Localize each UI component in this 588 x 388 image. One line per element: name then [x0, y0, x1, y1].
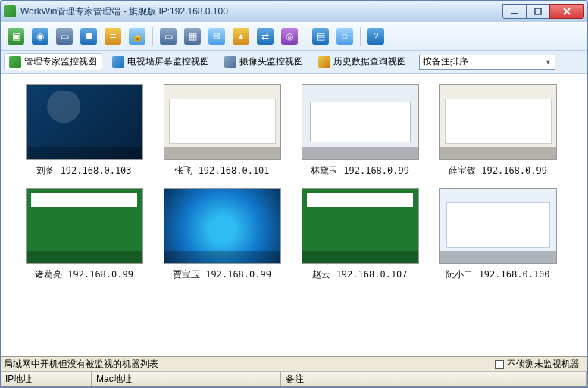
tool-wall[interactable]: ▦	[182, 26, 203, 47]
titlebar: WorkWin管理专家管理端 - 旗舰版 IP:192.168.0.100	[1, 1, 587, 22]
tab-history-view[interactable]: 历史数据查询视图	[313, 53, 411, 70]
tool-home[interactable]: ▣	[5, 26, 27, 47]
disc-icon: ◎	[281, 28, 298, 45]
tool-net[interactable]: ⇄	[255, 26, 276, 47]
videowall-icon	[112, 56, 124, 68]
tool-book[interactable]: ▤	[310, 26, 331, 47]
toolbar-separator	[152, 27, 153, 46]
thumbnail-screen	[302, 84, 419, 160]
wall-icon: ▦	[184, 28, 201, 45]
globe-icon: ◉	[32, 28, 48, 45]
tool-db[interactable]: ≣	[102, 26, 124, 47]
close-button[interactable]	[549, 4, 584, 19]
chevron-down-icon: ▼	[545, 58, 552, 66]
thumbnail-caption: 贾宝玉 192.168.0.99	[173, 268, 271, 281]
thumbnail-3[interactable]: 薛宝钗 192.168.0.99	[434, 84, 561, 177]
manager-view-icon	[9, 56, 21, 68]
lock-icon: 🔒	[129, 28, 145, 45]
thumbnail-0[interactable]: 刘备 192.168.0.103	[20, 84, 148, 177]
bottom-panel-header: 局域网中开机但没有被监视的机器列表 不侦测未监视机器	[1, 357, 587, 372]
checkbox-box	[495, 360, 504, 369]
thumbnail-screen	[26, 188, 143, 264]
thumbnail-caption: 诸葛亮 192.168.0.99	[35, 268, 133, 281]
app-icon	[4, 5, 16, 17]
bottom-panel: 局域网中开机但没有被监视的机器列表 不侦测未监视机器 IP地址 Mac地址 备注	[1, 356, 587, 387]
thumbnail-screen	[439, 188, 557, 264]
screen-icon: ▭	[56, 28, 73, 45]
thumbnail-1[interactable]: 张飞 192.168.0.101	[158, 84, 286, 177]
bottom-header-text: 局域网中开机但没有被监视的机器列表	[4, 358, 158, 371]
thumbnail-caption: 林黛玉 192.168.0.99	[311, 164, 409, 177]
tab-camera-view[interactable]: 摄像头监控视图	[219, 53, 308, 70]
tab-manager-view[interactable]: 管理专家监控视图	[4, 53, 102, 70]
tool-disc[interactable]: ◎	[279, 26, 300, 47]
camera-icon	[224, 56, 236, 68]
toolbar-separator-2	[305, 27, 305, 46]
thumbnail-caption: 赵云 192.168.0.107	[312, 268, 407, 281]
view-tabbar: 管理专家监控视图 电视墙屏幕监控视图 摄像头监控视图 历史数据查询视图 按备注排…	[1, 51, 587, 74]
mail-icon: ✉	[208, 28, 225, 45]
book-icon: ▤	[312, 28, 329, 45]
tool-help[interactable]: ?	[365, 26, 386, 47]
thumbnail-4[interactable]: 诸葛亮 192.168.0.99	[20, 188, 148, 281]
tool-globe[interactable]: ◉	[30, 26, 51, 47]
tab-label: 电视墙屏幕监控视图	[127, 55, 209, 68]
net-icon: ⇄	[257, 28, 274, 45]
col-ip[interactable]: IP地址	[1, 372, 92, 386]
thumbnail-6[interactable]: 赵云 192.168.0.107	[296, 188, 424, 281]
thumbnail-2[interactable]: 林黛玉 192.168.0.99	[296, 84, 424, 177]
thumbnail-screen	[302, 188, 419, 264]
db-icon: ≣	[105, 28, 121, 45]
main-toolbar: ▣ ◉ ▭ ⚉ ≣ 🔒 ▭ ▦ ✉ ▲ ⇄ ◎ ▤ ☺ ?	[1, 22, 587, 51]
thumbnail-caption: 阮小二 192.168.0.100	[446, 268, 549, 281]
tool-user[interactable]: ☺	[334, 26, 355, 47]
app-window: WorkWin管理专家管理端 - 旗舰版 IP:192.168.0.100 ▣ …	[0, 0, 588, 388]
checkbox-label: 不侦测未监视机器	[507, 358, 580, 371]
tool-screen[interactable]: ▭	[54, 26, 75, 47]
maximize-button[interactable]	[526, 4, 550, 19]
thumbnail-5[interactable]: 贾宝玉 192.168.0.99	[158, 188, 286, 281]
history-icon	[318, 56, 330, 68]
users-icon: ⚉	[80, 28, 97, 45]
window-title: WorkWin管理专家管理端 - 旗舰版 IP:192.168.0.100	[20, 5, 503, 18]
sort-dropdown[interactable]: 按备注排序 ▼	[419, 55, 555, 70]
window-controls	[503, 4, 584, 19]
tool-mail[interactable]: ✉	[206, 26, 227, 47]
thumbnail-screen	[439, 84, 557, 160]
thumbnail-caption: 刘备 192.168.0.103	[36, 164, 131, 177]
sort-selected-value: 按备注排序	[423, 55, 468, 68]
tool-chart[interactable]: ▲	[230, 26, 252, 47]
home-icon: ▣	[8, 28, 24, 45]
thumbnail-7[interactable]: 阮小二 192.168.0.100	[434, 188, 561, 281]
svg-rect-1	[535, 8, 541, 14]
monitor-icon: ▭	[160, 28, 177, 45]
user-icon: ☺	[336, 28, 353, 45]
thumbnail-caption: 薛宝钗 192.168.0.99	[449, 164, 547, 177]
tab-label: 摄像头监控视图	[239, 55, 303, 68]
thumbnail-screen	[164, 84, 281, 160]
thumbnail-caption: 张飞 192.168.0.101	[174, 164, 269, 177]
col-mac[interactable]: Mac地址	[92, 372, 281, 386]
thumbnail-screen	[164, 188, 281, 264]
tool-monitor[interactable]: ▭	[158, 26, 179, 47]
tab-label: 管理专家监控视图	[24, 55, 97, 68]
bottom-columns: IP地址 Mac地址 备注	[1, 372, 587, 387]
no-detect-checkbox[interactable]: 不侦测未监视机器	[495, 358, 587, 371]
minimize-button[interactable]	[502, 4, 527, 19]
main-content[interactable]: 刘备 192.168.0.103张飞 192.168.0.101林黛玉 192.…	[1, 74, 587, 356]
col-note[interactable]: 备注	[281, 372, 587, 386]
thumbnail-screen	[26, 84, 143, 160]
tool-lock[interactable]: 🔒	[127, 26, 148, 47]
tab-label: 历史数据查询视图	[333, 55, 406, 68]
help-icon: ?	[368, 28, 384, 45]
tab-videowall-view[interactable]: 电视墙屏幕监控视图	[107, 53, 214, 70]
thumbnail-grid: 刘备 192.168.0.103张飞 192.168.0.101林黛玉 192.…	[1, 74, 587, 304]
toolbar-separator-3	[360, 27, 361, 46]
chart-icon: ▲	[233, 28, 249, 45]
tool-users[interactable]: ⚉	[78, 26, 99, 47]
